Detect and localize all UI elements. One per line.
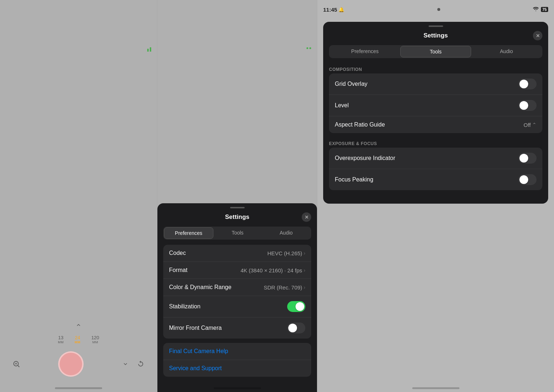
status-right-3: 75 [533, 6, 548, 13]
composition-section: Grid Overlay Level Aspect Ratio Guide [329, 73, 542, 133]
panel-1: 11:32 🔔 78 HEVC · SDR · 4K · 24 fps [0, 0, 157, 392]
zoom-button[interactable] [10, 358, 23, 370]
tab-tools[interactable]: Tools [213, 227, 262, 239]
sheet-title: Settings [423, 32, 448, 39]
right-controls [119, 358, 147, 370]
shutter-button[interactable] [58, 351, 84, 377]
color-range-value: SDR (Rec. 709) › [264, 284, 305, 291]
focal-row-1: 13 MM 24 MM 120 MM [0, 332, 157, 347]
focus-peaking-row: Focus Peaking [329, 169, 542, 190]
time-3: 11:45 🔔 [323, 7, 344, 13]
links-section: Final Cut Camera Help Service and Suppor… [163, 343, 311, 377]
grid-overlay-row: Grid Overlay [329, 73, 542, 95]
level-thumb [519, 101, 528, 110]
clock-3: 11:45 [323, 7, 337, 13]
focus-peaking-label: Focus Peaking [335, 176, 373, 183]
status-bar-3: 11:45 🔔 75 [317, 0, 554, 16]
exposure-section-label: EXPOSURE & FOCUS [323, 137, 548, 148]
battery-3: 75 [541, 7, 548, 12]
modal-title: Settings [225, 213, 249, 221]
aspect-ratio-row[interactable]: Aspect Ratio Guide Off ⌃ [329, 116, 542, 133]
signal-bars-1 [147, 47, 151, 52]
format-label: Format [169, 267, 188, 273]
mirror-thumb [288, 324, 297, 332]
color-range-label: Color & Dynamic Range [169, 284, 232, 291]
sheet-tab-preferences[interactable]: Preferences [330, 46, 400, 57]
overexposure-label: Overexposure Indicator [335, 155, 395, 161]
aspect-ratio-value: Off ⌃ [523, 122, 537, 128]
mirror-label: Mirror Front Camera [169, 325, 222, 331]
shutter-row-1 [0, 347, 157, 381]
mirror-toggle[interactable] [287, 323, 305, 333]
modal-bottom-spacer [157, 381, 317, 392]
panel-2: 11:33 🔔 78 HEVC · SDR · 4K · 24 fps [157, 0, 317, 392]
settings-sheet-tools: Settings ✕ Preferences Tools Audio COMPO… [323, 22, 548, 204]
modal-header: Settings ✕ [157, 208, 317, 224]
help-link-row[interactable]: Final Cut Camera Help [163, 343, 311, 360]
dot2 [309, 47, 311, 49]
sheet-close-button[interactable]: ✕ [533, 31, 542, 40]
rotate-button[interactable] [135, 358, 147, 370]
chevron-format: › [304, 267, 305, 273]
chevron-color: › [304, 284, 305, 290]
format-value: 4K (3840 × 2160) · 24 fps › [241, 267, 305, 273]
stabilization-toggle[interactable] [287, 301, 305, 312]
level-row: Level [329, 95, 542, 116]
codec-label: Codec [169, 250, 186, 256]
grid-overlay-thumb [519, 80, 528, 88]
codec-row[interactable]: Codec HEVC (H.265) › [163, 245, 311, 262]
sheet-tab-audio[interactable]: Audio [471, 46, 542, 57]
final-cut-help-link[interactable]: Final Cut Camera Help [169, 348, 228, 355]
preferences-section: Codec HEVC (H.265) › Format 4K (3840 × 2… [163, 245, 311, 339]
focal-120[interactable]: 120 MM [91, 335, 99, 344]
bell-icon-3: 🔔 [338, 7, 344, 12]
signal-dots-2 [306, 47, 311, 49]
mirror-row: Mirror Front Camera [163, 317, 311, 339]
chevron-aspect: ⌃ [532, 122, 537, 128]
focal-13[interactable]: 13 MM [58, 335, 64, 344]
aspect-ratio-label: Aspect Ratio Guide [335, 121, 385, 128]
format-row[interactable]: Format 4K (3840 × 2160) · 24 fps › [163, 262, 311, 279]
bar1 [147, 49, 149, 52]
settings-tabs: Preferences Tools Audio [163, 227, 311, 240]
home-indicator-1 [55, 387, 102, 389]
overexposure-row: Overexposure Indicator [329, 148, 542, 169]
sheet-header: Settings ✕ [323, 27, 548, 43]
bar2 [150, 47, 151, 52]
composition-section-label: COMPOSITION [323, 63, 548, 73]
focus-peaking-toggle[interactable] [518, 174, 537, 185]
exposure-section: Overexposure Indicator Focus Peaking [329, 148, 542, 190]
focal-24[interactable]: 24 MM [75, 335, 80, 344]
dot-center-3 [437, 8, 440, 11]
stabilization-label: Stabilization [169, 303, 200, 310]
tab-audio[interactable]: Audio [262, 227, 310, 239]
bottom-controls-1: 13 MM 24 MM 120 MM [0, 320, 157, 392]
dot1 [306, 47, 308, 49]
home-indicator-3 [412, 387, 459, 389]
level-label: Level [335, 102, 349, 109]
sheet-tab-tools[interactable]: Tools [400, 46, 471, 57]
panel-3: 11:45 🔔 75 Settings ✕ Preferences [317, 0, 554, 392]
sheet-tabs: Preferences Tools Audio [329, 45, 542, 58]
overexposure-thumb [519, 154, 528, 163]
support-link-row[interactable]: Service and Support [163, 360, 311, 377]
color-range-row[interactable]: Color & Dynamic Range SDR (Rec. 709) › [163, 279, 311, 296]
grid-overlay-label: Grid Overlay [335, 81, 368, 87]
level-toggle[interactable] [518, 100, 537, 111]
grid-overlay-toggle[interactable] [518, 79, 537, 89]
overexposure-toggle[interactable] [518, 153, 537, 164]
codec-value: HEVC (H.265) › [267, 250, 305, 256]
modal-close-button[interactable]: ✕ [302, 212, 311, 222]
focus-peaking-thumb [519, 175, 528, 184]
service-support-link[interactable]: Service and Support [169, 365, 222, 372]
wifi-icon-3 [533, 6, 539, 13]
expand-up-icon[interactable] [73, 320, 84, 331]
stabilization-row: Stabilization [163, 296, 311, 317]
collapse-button[interactable] [119, 358, 132, 370]
settings-modal-preferences: Settings ✕ Preferences Tools Audio Codec… [157, 203, 317, 392]
tab-preferences[interactable]: Preferences [164, 227, 213, 239]
panel-3-bg: 11:45 🔔 75 Settings ✕ Preferences [317, 0, 554, 392]
home-indicator-2 [214, 387, 261, 389]
stabilization-thumb [296, 302, 304, 311]
chevron-codec: › [304, 250, 305, 256]
